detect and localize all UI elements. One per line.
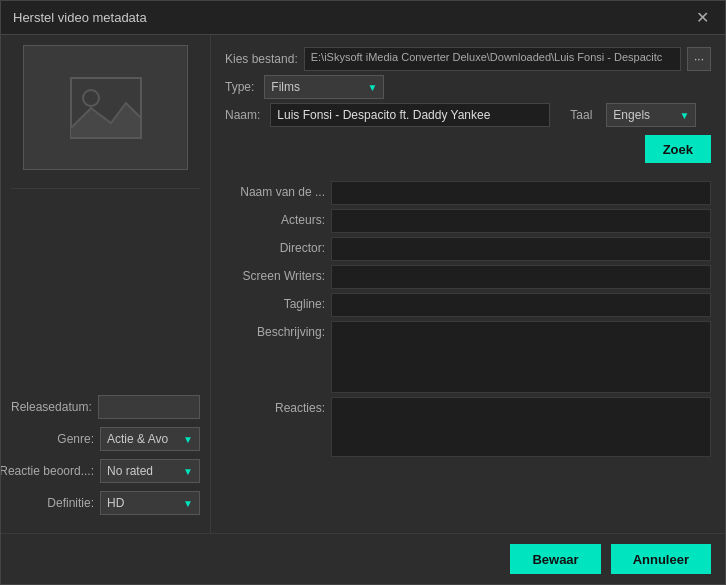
type-arrow: ▼ — [367, 82, 377, 93]
definitie-arrow: ▼ — [183, 498, 193, 509]
bewaar-button[interactable]: Bewaar — [510, 544, 600, 574]
taal-arrow: ▼ — [679, 110, 689, 121]
beschrijving-textarea[interactable] — [331, 321, 711, 393]
left-panel: Releasedatum: Genre: Actie & Avo ▼ React… — [1, 35, 211, 533]
type-row: Type: Films ▼ — [225, 75, 711, 99]
dialog-title: Herstel video metadata — [13, 10, 147, 25]
director-row: Director: — [225, 237, 711, 261]
acteurs-input[interactable] — [331, 209, 711, 233]
dialog: Herstel video metadata ✕ Releasedatum: — [0, 0, 726, 585]
definitie-dropdown[interactable]: HD ▼ — [100, 491, 200, 515]
naam-van-de-row: Naam van de ... — [225, 181, 711, 205]
tagline-label: Tagline: — [225, 293, 325, 311]
reacties-textarea[interactable] — [331, 397, 711, 457]
genre-dropdown[interactable]: Actie & Avo ▼ — [100, 427, 200, 451]
dots-button[interactable]: ··· — [687, 47, 711, 71]
content-area: Releasedatum: Genre: Actie & Avo ▼ React… — [1, 35, 725, 533]
genre-value: Actie & Avo — [107, 432, 168, 446]
releasedatum-input[interactable] — [98, 395, 200, 419]
zoek-button[interactable]: Zoek — [645, 135, 711, 163]
type-dropdown[interactable]: Films ▼ — [264, 75, 384, 99]
screen-writers-row: Screen Writers: — [225, 265, 711, 289]
file-path: E:\iSkysoft iMedia Converter Deluxe\Down… — [304, 47, 681, 71]
type-label: Type: — [225, 80, 254, 94]
beschrijving-row: Beschrijving: — [225, 321, 711, 393]
thumbnail — [23, 45, 188, 170]
naam-label: Naam: — [225, 108, 260, 122]
tagline-row: Tagline: — [225, 293, 711, 317]
genre-arrow: ▼ — [183, 434, 193, 445]
beschrijving-label: Beschrijving: — [225, 321, 325, 339]
right-panel: Kies bestand: E:\iSkysoft iMedia Convert… — [211, 35, 725, 533]
definitie-value: HD — [107, 496, 124, 510]
reactie-label: Reactie beoord...: — [1, 464, 94, 478]
screen-writers-input[interactable] — [331, 265, 711, 289]
acteurs-label: Acteurs: — [225, 209, 325, 227]
svg-point-1 — [83, 90, 99, 106]
reactie-dropdown[interactable]: No rated ▼ — [100, 459, 200, 483]
naam-input[interactable] — [270, 103, 550, 127]
reacties-row: Reacties: — [225, 397, 711, 457]
genre-row: Genre: Actie & Avo ▼ — [11, 427, 200, 451]
close-button[interactable]: ✕ — [692, 8, 713, 28]
taal-dropdown[interactable]: Engels ▼ — [606, 103, 696, 127]
file-row: Kies bestand: E:\iSkysoft iMedia Convert… — [225, 47, 711, 71]
tagline-input[interactable] — [331, 293, 711, 317]
naam-taal-section: Naam: Taal Engels ▼ Zoek — [225, 103, 711, 177]
director-input[interactable] — [331, 237, 711, 261]
acteurs-row: Acteurs: — [225, 209, 711, 233]
annuleer-button[interactable]: Annuleer — [611, 544, 711, 574]
divider — [11, 188, 200, 189]
type-value: Films — [271, 80, 300, 94]
taal-value: Engels — [613, 108, 650, 122]
genre-label: Genre: — [57, 432, 94, 446]
releasedatum-label: Releasedatum: — [11, 400, 92, 414]
footer: Bewaar Annuleer — [1, 533, 725, 584]
naam-van-de-label: Naam van de ... — [225, 181, 325, 199]
title-bar: Herstel video metadata ✕ — [1, 1, 725, 35]
definitie-label: Definitie: — [47, 496, 94, 510]
reactie-row: Reactie beoord...: No rated ▼ — [11, 459, 200, 483]
taal-label: Taal — [570, 108, 592, 122]
left-fields: Releasedatum: Genre: Actie & Avo ▼ React… — [11, 385, 200, 523]
naam-row: Naam: Taal Engels ▼ — [225, 103, 711, 127]
screen-writers-label: Screen Writers: — [225, 265, 325, 283]
director-label: Director: — [225, 237, 325, 255]
releasedatum-row: Releasedatum: — [11, 395, 200, 419]
naam-van-de-input[interactable] — [331, 181, 711, 205]
reacties-label: Reacties: — [225, 397, 325, 415]
file-label: Kies bestand: — [225, 52, 298, 66]
reactie-arrow: ▼ — [183, 466, 193, 477]
reactie-value: No rated — [107, 464, 153, 478]
form-section: Naam van de ... Acteurs: Director: Scree… — [225, 181, 711, 521]
definitie-row: Definitie: HD ▼ — [11, 491, 200, 515]
